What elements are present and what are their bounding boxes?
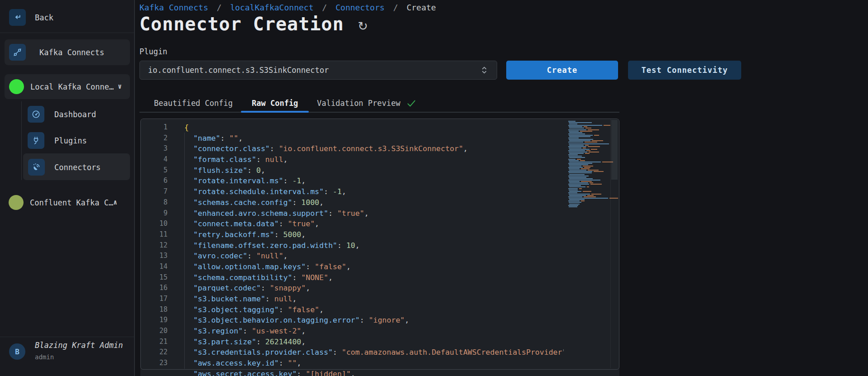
tree-guide-line bbox=[21, 101, 22, 180]
line-number: 17 bbox=[140, 294, 174, 305]
cluster-status-dot-green bbox=[9, 79, 24, 94]
back-button[interactable]: Back bbox=[0, 0, 134, 33]
breadcrumb-link-connectors[interactable]: Connectors bbox=[336, 3, 384, 12]
code-line[interactable]: 17 "s3.bucket.name": null, bbox=[140, 294, 619, 305]
raw-config-editor[interactable]: 1{2 "name": "",3 "connector.class": "io.… bbox=[140, 119, 619, 376]
code-line[interactable]: 2 "name": "", bbox=[140, 133, 619, 144]
tab-validation-preview[interactable]: Validation Preview bbox=[317, 96, 416, 112]
avatar: B bbox=[9, 343, 25, 360]
select-updown-icon bbox=[481, 65, 488, 77]
line-number: 8 bbox=[140, 197, 174, 208]
sidebar-cluster-local[interactable]: Local Kafka Conne… ∨ bbox=[5, 74, 130, 99]
user-name: Blazing Kraft Admin bbox=[35, 341, 123, 350]
dashboard-icon bbox=[28, 106, 44, 123]
line-number: 18 bbox=[140, 305, 174, 315]
scrollbar-track bbox=[610, 119, 611, 368]
plugin-select-value: io.confluent.connect.s3.S3SinkConnector bbox=[148, 61, 329, 79]
cluster-label: Confluent Kafka C… bbox=[30, 198, 113, 207]
scrollbar-thumb[interactable] bbox=[611, 120, 618, 180]
active-tab-indicator bbox=[241, 111, 309, 113]
code-line[interactable]: 19 "s3.object.behavior.on.tagging.error"… bbox=[140, 315, 619, 326]
kafka-connects-icon bbox=[9, 44, 26, 61]
breadcrumb-link-kafka-connects[interactable]: Kafka Connects bbox=[139, 3, 208, 12]
line-number: 6 bbox=[140, 176, 174, 186]
line-number: 12 bbox=[140, 240, 174, 251]
code-line[interactable]: 8 "schemas.cache.config": 1000, bbox=[140, 197, 619, 208]
line-number: 21 bbox=[140, 337, 174, 347]
main-content: Kafka Connects / localKafkaConnect / Con… bbox=[135, 0, 868, 376]
breadcrumb: Kafka Connects / localKafkaConnect / Con… bbox=[139, 3, 436, 12]
line-number: 1 bbox=[140, 122, 174, 133]
divider bbox=[0, 33, 134, 33]
breadcrumb-link-cluster[interactable]: localKafkaConnect bbox=[230, 3, 313, 12]
breadcrumb-separator: / bbox=[213, 3, 225, 12]
connector-creation-page: { "sidebar": { "back": "Back", "kafka_co… bbox=[0, 0, 868, 376]
line-number: 7 bbox=[140, 186, 174, 197]
tab-beautified-config[interactable]: Beautified Config bbox=[154, 96, 233, 110]
editor-minimap[interactable] bbox=[567, 121, 611, 208]
line-number: 2 bbox=[140, 133, 174, 144]
sidebar-item-label: Dashboard bbox=[54, 110, 96, 119]
test-connectivity-button[interactable]: Test Connectivity bbox=[628, 61, 741, 80]
sidebar-item-label: Connectors bbox=[54, 163, 101, 172]
sidebar-item-connectors[interactable]: Connectors bbox=[23, 153, 130, 180]
cluster-status-dot-olive bbox=[9, 195, 24, 210]
tab-raw-config[interactable]: Raw Config bbox=[252, 96, 298, 110]
sidebar-item-label: Plugins bbox=[54, 136, 87, 145]
page-title: Connector Creation bbox=[139, 14, 344, 34]
back-label: Back bbox=[35, 13, 53, 22]
code-line[interactable]: 9 "enhanced.avro.schema.support": "true"… bbox=[140, 208, 619, 219]
code-line[interactable]: "aws.secret.access.key": "[hidden]", bbox=[140, 369, 619, 376]
line-number: 14 bbox=[140, 262, 174, 272]
code-line[interactable]: 22 "s3.credentials.provider.class": "com… bbox=[140, 347, 619, 358]
code-line[interactable]: 4 "format.class": null, bbox=[140, 154, 619, 165]
line-number: 11 bbox=[140, 229, 174, 240]
code-line[interactable]: 20 "s3.region": "us-west-2", bbox=[140, 326, 619, 337]
sidebar: Back Kafka Connects Local Kafka Conne… ∨… bbox=[0, 0, 135, 376]
plugin-label: Plugin bbox=[139, 47, 167, 56]
cluster-label: Local Kafka Conne… bbox=[30, 82, 114, 91]
back-icon bbox=[9, 9, 26, 26]
validation-check-icon bbox=[407, 97, 416, 112]
code-line[interactable]: 1{ bbox=[140, 122, 619, 133]
config-tabs: Beautified Config Raw Config Validation … bbox=[139, 96, 619, 112]
line-number: 23 bbox=[140, 358, 174, 369]
line-number: 4 bbox=[140, 154, 174, 165]
line-number: 20 bbox=[140, 326, 174, 337]
line-number: 16 bbox=[140, 283, 174, 294]
code-line[interactable]: 14 "allow.optional.map.keys": "false", bbox=[140, 262, 619, 272]
connectors-icon bbox=[28, 159, 45, 176]
code-line[interactable]: 13 "avro.codec": "null", bbox=[140, 251, 619, 262]
code-line[interactable]: 21 "s3.part.size": 26214400, bbox=[140, 337, 619, 347]
code-line[interactable]: 10 "connect.meta.data": "true", bbox=[140, 219, 619, 229]
chevron-down-icon: ∨ bbox=[118, 82, 122, 90]
code-line[interactable]: 18 "s3.object.tagging": "false", bbox=[140, 305, 619, 315]
plugins-icon bbox=[28, 132, 44, 149]
code-line[interactable]: 6 "rotate.interval.ms": -1, bbox=[140, 176, 619, 186]
code-area: 1{2 "name": "",3 "connector.class": "io.… bbox=[140, 122, 619, 376]
code-line[interactable]: 12 "filename.offset.zero.pad.width": 10, bbox=[140, 240, 619, 251]
code-line[interactable]: 11 "retry.backoff.ms": 5000, bbox=[140, 229, 619, 240]
refresh-icon[interactable]: ↻ bbox=[358, 20, 368, 32]
breadcrumb-current: Create bbox=[407, 3, 436, 12]
breadcrumb-separator: / bbox=[389, 3, 402, 12]
sidebar-item-label: Kafka Connects bbox=[39, 48, 104, 57]
code-line[interactable]: 5 "flush.size": 0, bbox=[140, 165, 619, 176]
line-number: 10 bbox=[140, 219, 174, 229]
code-line[interactable]: 15 "schema.compatibility": "NONE", bbox=[140, 272, 619, 283]
code-line[interactable]: 23 "aws.access.key.id": "", bbox=[140, 358, 619, 369]
line-number: 19 bbox=[140, 315, 174, 326]
plugin-select[interactable]: io.confluent.connect.s3.S3SinkConnector bbox=[139, 61, 497, 80]
create-button[interactable]: Create bbox=[506, 61, 618, 80]
sidebar-item-kafka-connects[interactable]: Kafka Connects bbox=[5, 39, 130, 65]
user-role: admin bbox=[35, 353, 54, 361]
line-number: 15 bbox=[140, 272, 174, 283]
code-line[interactable]: 7 "rotate.schedule.interval.ms": -1, bbox=[140, 186, 619, 197]
user-profile[interactable]: B Blazing Kraft Admin admin bbox=[0, 337, 134, 376]
line-number: 3 bbox=[140, 143, 174, 154]
code-line[interactable]: 3 "connector.class": "io.confluent.conne… bbox=[140, 143, 619, 154]
tabs-baseline bbox=[139, 112, 619, 113]
code-line[interactable]: 16 "parquet.codec": "snappy", bbox=[140, 283, 619, 294]
line-number: 22 bbox=[140, 347, 174, 358]
line-number bbox=[140, 369, 174, 376]
